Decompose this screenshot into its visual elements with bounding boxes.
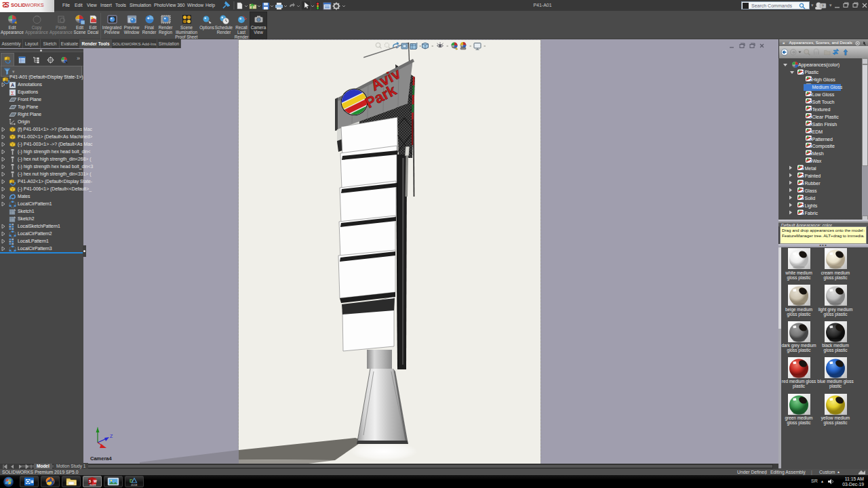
- svg-text:A: A: [11, 83, 14, 87]
- svg-text:SOLID: SOLID: [11, 2, 26, 8]
- svg-text:WORKS: WORKS: [26, 2, 44, 8]
- svg-text:2018: 2018: [131, 483, 138, 487]
- svg-text:S: S: [5, 1, 9, 9]
- svg-text:Σ: Σ: [11, 90, 14, 96]
- svg-text:2019: 2019: [90, 483, 96, 487]
- svg-text:?: ?: [822, 4, 824, 8]
- svg-text:Z: Z: [110, 434, 113, 439]
